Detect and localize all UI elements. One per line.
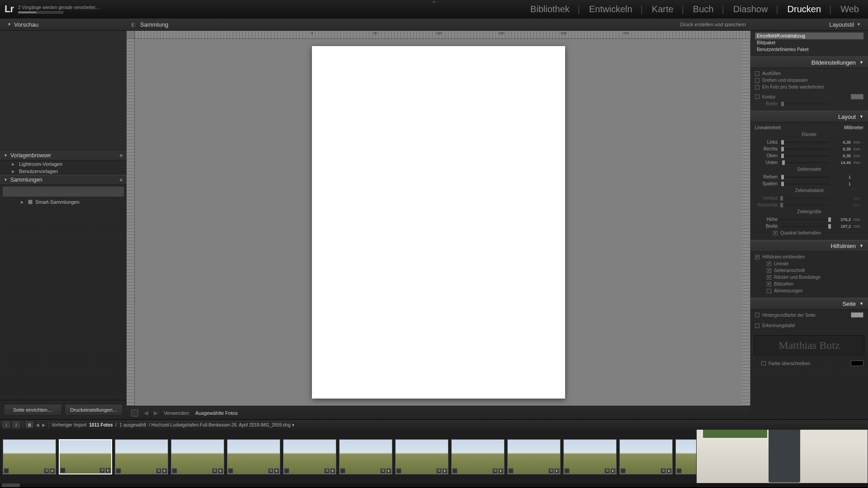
stop-icon[interactable] bbox=[131, 409, 138, 417]
filmstrip-scrollbar[interactable] bbox=[0, 483, 868, 487]
sammlungen-header[interactable]: ▼ Sammlungen + bbox=[0, 175, 127, 185]
grid-view-icon[interactable]: ▦ bbox=[26, 422, 33, 428]
kontur-slider[interactable] bbox=[780, 103, 830, 105]
thumbnail[interactable]: ⊞◐ bbox=[507, 439, 561, 474]
slider[interactable] bbox=[780, 148, 830, 150]
module-diashow[interactable]: Diashow bbox=[729, 4, 783, 14]
layout-header[interactable]: Layout▼ bbox=[750, 111, 868, 122]
thumb-badge-icon: ◐ bbox=[162, 468, 167, 474]
next-page-icon[interactable]: ▶ bbox=[154, 409, 158, 416]
quadrat-checkbox[interactable]: ✓ bbox=[773, 231, 778, 235]
print-page[interactable] bbox=[312, 46, 565, 399]
slider[interactable] bbox=[780, 141, 830, 143]
hilfslinien-header[interactable]: Hilfslinien▼ bbox=[750, 240, 868, 252]
bgcolor-checkbox[interactable] bbox=[755, 313, 760, 317]
titlebar: Lr 2 Vorgänge werden gerade verarbeitet…… bbox=[0, 0, 868, 18]
thumbnail[interactable]: ⊞◐ bbox=[59, 439, 112, 474]
slider[interactable] bbox=[780, 176, 830, 178]
slider-value[interactable]: 6,35 bbox=[833, 140, 851, 145]
slider-value[interactable]: 276,2 bbox=[833, 217, 851, 222]
checkbox[interactable] bbox=[755, 85, 760, 89]
slider-value[interactable]: 14,46 bbox=[833, 160, 851, 165]
identity-plate-preview[interactable]: Matthias Butz bbox=[754, 335, 864, 355]
nav-fwd-icon[interactable]: ▶ bbox=[42, 422, 46, 427]
slider-value[interactable]: 1 bbox=[833, 175, 851, 179]
thumbnail-strip[interactable]: ⊞◐⊞◐⊞◐⊞◐⊞◐⊞◐⊞◐⊞◐⊞◐⊞◐⊞◐⊞◐⊞◐⊞◐⊞◐⊞◐ bbox=[0, 430, 868, 483]
preview-header[interactable]: ▼ Vorschau bbox=[0, 18, 127, 31]
show-guides-checkbox[interactable]: ✓ bbox=[755, 255, 760, 259]
thumbnail[interactable]: ⊞◐ bbox=[395, 439, 448, 474]
checkbox[interactable] bbox=[755, 71, 760, 76]
print-settings-button[interactable]: Druckeinstellungen… bbox=[65, 404, 123, 416]
top-panel-handle[interactable] bbox=[425, 0, 443, 4]
source-label[interactable]: Vorheriger Import bbox=[52, 422, 86, 427]
linealeinheit-value[interactable]: Millimeter bbox=[844, 125, 863, 130]
smart-collections-item[interactable]: ▶ Smart-Sammlungen bbox=[0, 198, 127, 206]
thumbnail[interactable]: ⊞◐ bbox=[339, 439, 392, 474]
guide-checkbox[interactable]: ✓ bbox=[767, 275, 771, 280]
slider[interactable] bbox=[780, 204, 830, 206]
checkbox[interactable] bbox=[755, 78, 760, 83]
kontur-checkbox[interactable] bbox=[755, 94, 760, 99]
bildeinstellungen-header[interactable]: Bildeinstellungen▼ bbox=[750, 56, 868, 68]
slider[interactable] bbox=[780, 225, 830, 227]
add-collection-icon[interactable]: + bbox=[119, 176, 123, 183]
add-template-icon[interactable]: + bbox=[119, 152, 123, 159]
module-buch[interactable]: Buch bbox=[689, 4, 729, 14]
kontur-swatch[interactable] bbox=[851, 94, 863, 99]
second-monitor-button[interactable]: 2 bbox=[13, 422, 20, 428]
farbe-ueber-checkbox[interactable] bbox=[761, 361, 766, 366]
thumbnail[interactable]: ⊞◐ bbox=[283, 439, 336, 474]
prev-page-icon[interactable]: ◀ bbox=[144, 409, 148, 416]
current-photo-path[interactable]: / Hochzeit-Ludwigshafen-Full-Benkesser-2… bbox=[149, 422, 294, 427]
slider-value[interactable]: 6,35 bbox=[833, 147, 851, 151]
slider-value[interactable]: 197,2 bbox=[833, 224, 851, 229]
slider[interactable] bbox=[780, 162, 830, 164]
layout-style-option[interactable]: Benutzerdefiniertes Paket bbox=[755, 46, 863, 53]
template-folder[interactable]: ▶Benutzervorlagen bbox=[0, 168, 127, 175]
module-karte[interactable]: Karte bbox=[647, 4, 689, 14]
guide-checkbox[interactable]: ✓ bbox=[767, 282, 771, 286]
module-drucken[interactable]: Drucken bbox=[783, 4, 836, 14]
vorlagenbrowser-header[interactable]: ▼ Vorlagenbrowser + bbox=[0, 150, 127, 160]
bgcolor-swatch[interactable] bbox=[851, 312, 863, 318]
slider[interactable] bbox=[780, 155, 830, 157]
template-folder[interactable]: ▶Lightroom-Vorlagen bbox=[0, 160, 127, 168]
thumbnail[interactable]: ⊞◐ bbox=[115, 439, 168, 474]
farbe-ueber-swatch[interactable] bbox=[851, 361, 863, 366]
module-entwickeln[interactable]: Entwickeln bbox=[585, 4, 647, 14]
layout-style-option[interactable]: Einzelbild/Kontaktabzug bbox=[755, 33, 863, 39]
thumb-badge-icon bbox=[60, 468, 66, 473]
thumbnail[interactable]: ⊞◐ bbox=[171, 439, 224, 474]
slider-value[interactable]: 6,35 bbox=[833, 154, 851, 158]
use-value[interactable]: Ausgewählte Fotos bbox=[195, 410, 238, 416]
guide-checkbox[interactable]: ✓ bbox=[767, 262, 771, 266]
slider[interactable] bbox=[780, 197, 830, 199]
thumbnail[interactable]: ⊞◐ bbox=[619, 439, 673, 474]
thumbnail[interactable]: ⊞◐ bbox=[227, 439, 280, 474]
thumbnail[interactable]: ⊞◐ bbox=[3, 439, 56, 474]
layout-style-option[interactable]: Bildpaket bbox=[755, 39, 863, 46]
canvas[interactable] bbox=[135, 39, 742, 406]
guide-checkbox[interactable]: ✓ bbox=[767, 268, 771, 273]
main-monitor-button[interactable]: 1 bbox=[3, 422, 10, 428]
module-web[interactable]: Web bbox=[836, 4, 863, 14]
nav-back-icon[interactable]: ◀ bbox=[36, 422, 39, 427]
module-bibliothek[interactable]: Bibliothek bbox=[526, 4, 585, 14]
slider[interactable] bbox=[780, 183, 830, 185]
slider-value[interactable]: 1 bbox=[833, 182, 851, 186]
guide-label: Bildzellen bbox=[774, 282, 793, 286]
thumb-badge-icon bbox=[284, 468, 289, 474]
thumbnail[interactable]: ⊞◐ bbox=[451, 439, 505, 474]
collection-filter[interactable] bbox=[3, 187, 124, 197]
erkennung-checkbox[interactable] bbox=[755, 324, 760, 328]
create-saved-print-button[interactable]: Druck erstellen und speichern bbox=[680, 22, 746, 27]
layoutstil-header[interactable]: Layoutstil ▼ bbox=[750, 18, 868, 31]
slider[interactable] bbox=[780, 219, 830, 221]
seite-header[interactable]: Seite▼ bbox=[750, 298, 868, 310]
page-setup-button[interactable]: Seite einrichten… bbox=[4, 404, 62, 416]
slider-unit: mm bbox=[854, 224, 863, 229]
slider-unit: mm bbox=[854, 147, 863, 151]
guide-checkbox[interactable] bbox=[767, 289, 771, 293]
thumbnail[interactable]: ⊞◐ bbox=[563, 439, 617, 474]
